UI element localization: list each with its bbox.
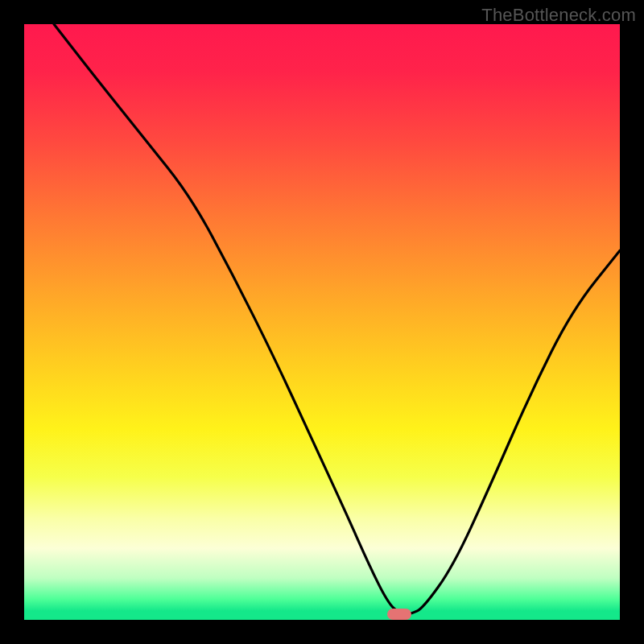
watermark-text: TheBottleneck.com [481, 5, 636, 26]
chart-frame: TheBottleneck.com [0, 0, 644, 644]
bottleneck-curve [54, 24, 620, 614]
y-axis-gutter [0, 24, 24, 620]
x-axis-gutter [24, 620, 620, 644]
bottleneck-curve-svg [24, 24, 620, 620]
optimal-point-marker [387, 609, 411, 620]
